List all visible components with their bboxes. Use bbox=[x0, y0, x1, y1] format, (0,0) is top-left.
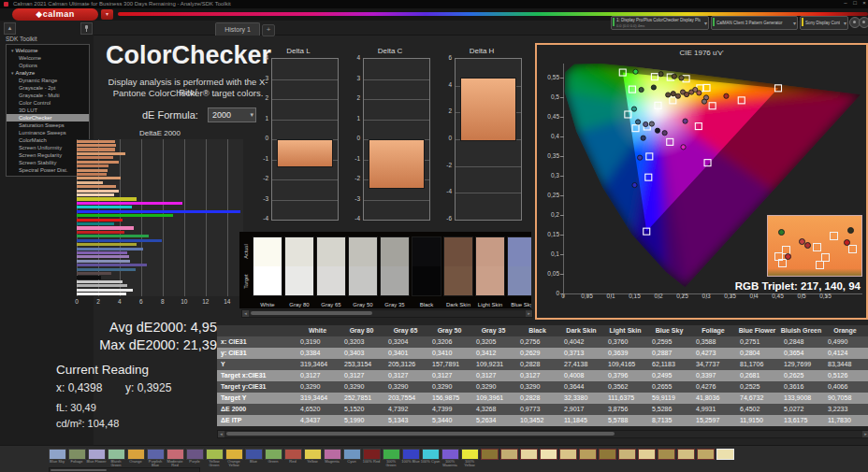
sidebar-item-welcome[interactable]: Welcome bbox=[7, 54, 89, 62]
scroll-right-icon[interactable]: ▸ bbox=[862, 431, 868, 437]
patch-button[interactable] bbox=[618, 449, 636, 466]
patch-button-100-magenta[interactable]: 100% Magenta bbox=[441, 449, 459, 466]
sidebar-item-colorchecker[interactable]: ColorChecker bbox=[7, 114, 89, 122]
table-scrollbar[interactable]: ◂ ▸ bbox=[217, 430, 868, 438]
new-tab-button[interactable]: + bbox=[262, 24, 275, 36]
tree-group-welcome[interactable]: ▾Welcome bbox=[7, 47, 89, 54]
swatch-gray-80: Gray 80 bbox=[284, 236, 314, 296]
maximize-button[interactable]: □ bbox=[851, 0, 859, 6]
collapse-up-icon[interactable]: ▴ bbox=[4, 22, 16, 35]
tick bbox=[706, 293, 707, 297]
patch-button-blue-sky[interactable]: Blue Sky bbox=[49, 449, 66, 466]
table-cell: 253,3154 bbox=[340, 359, 388, 370]
patch-color bbox=[88, 449, 106, 460]
reading-cdm2: cd/m²: 104,48 bbox=[56, 418, 119, 429]
patch-button[interactable] bbox=[677, 449, 695, 466]
measurement-marker bbox=[641, 136, 645, 140]
calman-menu-arrow-icon[interactable]: ▾ bbox=[101, 9, 113, 20]
patch-button-100-green[interactable]: 100% Green bbox=[383, 449, 400, 466]
patch-button-red[interactable]: Red bbox=[284, 449, 302, 466]
de-formula-select[interactable]: 2000▾ bbox=[208, 107, 256, 122]
measurement-marker bbox=[662, 131, 667, 136]
swatch-scrollbar[interactable]: ◂ ▸ bbox=[241, 309, 533, 318]
scrollbar-thumb[interactable] bbox=[51, 469, 107, 471]
de-bar bbox=[77, 226, 134, 229]
minimize-button[interactable]: – bbox=[842, 0, 849, 6]
patch-button-100-red[interactable]: 100% Red bbox=[363, 449, 381, 466]
patch-button[interactable] bbox=[481, 449, 499, 466]
patch-button-blue[interactable]: Blue bbox=[245, 449, 263, 466]
pin-icon[interactable] bbox=[80, 22, 93, 35]
gridline bbox=[227, 139, 228, 296]
patch-button-orange-yellow[interactable]: Orange Yellow bbox=[225, 449, 243, 466]
patch-button[interactable] bbox=[520, 449, 538, 466]
table-cell: 0,3401 bbox=[383, 348, 432, 359]
meter-dropdown[interactable]: 1: Display Pro/Plus ColorChecker Display… bbox=[611, 16, 709, 30]
sidebar-item-saturation-sweeps[interactable]: Saturation Sweeps bbox=[7, 122, 89, 129]
patch-button[interactable] bbox=[500, 449, 518, 466]
patch-button-yellow[interactable]: Yellow bbox=[304, 449, 322, 466]
patch-button-purplish-blue[interactable]: Purplish Blue bbox=[147, 449, 165, 466]
de-bar bbox=[77, 239, 162, 242]
swatch-actual bbox=[476, 237, 504, 266]
patch-button-bluish-green[interactable]: Bluish Green bbox=[108, 449, 125, 466]
sidebar-item-grayscale-multi[interactable]: Grayscale - Multi bbox=[7, 92, 89, 99]
swatch-dark-skin: Dark Skin bbox=[443, 236, 473, 296]
tree-expand-icon[interactable]: ▾ bbox=[11, 48, 14, 53]
y-tick-label: 0 bbox=[254, 135, 268, 141]
patch-button-magenta[interactable]: Magenta bbox=[324, 449, 341, 466]
tab-history-1[interactable]: History 1 bbox=[215, 22, 260, 36]
tree-expand-icon[interactable]: ▾ bbox=[11, 70, 14, 76]
pattern-generator-dropdown[interactable]: CalMAN Client 3 Pattern Generator ▾ bbox=[711, 16, 798, 30]
patch-button[interactable] bbox=[638, 449, 656, 466]
swatch-actual bbox=[317, 237, 345, 266]
sidebar-item-dynamic-range[interactable]: Dynamic Range bbox=[7, 77, 89, 84]
scroll-left-icon[interactable]: ◂ bbox=[218, 431, 224, 437]
scrollbar-thumb[interactable] bbox=[226, 432, 615, 436]
table-cell: 0,3203 bbox=[340, 336, 388, 348]
de-bar bbox=[77, 206, 132, 208]
scroll-right-icon[interactable]: ▸ bbox=[526, 310, 532, 317]
patch-button[interactable] bbox=[579, 449, 597, 466]
sidebar-item-3d-lut[interactable]: 3D LUT bbox=[7, 107, 89, 114]
help-icon[interactable] bbox=[859, 17, 868, 28]
tree-group-analyze[interactable]: ▾Analyze bbox=[7, 69, 89, 77]
swatch-actual bbox=[253, 237, 282, 266]
patch-button[interactable] bbox=[697, 449, 715, 466]
patch-label bbox=[636, 460, 657, 466]
x-tick-label: 2 bbox=[93, 298, 104, 305]
patch-button-foliage[interactable]: Foliage bbox=[68, 449, 86, 466]
patch-button-moderate-red[interactable]: Moderate Red bbox=[166, 449, 184, 466]
patch-button-100-cyan[interactable]: 100% Cyan bbox=[422, 449, 440, 466]
patch-color bbox=[166, 449, 184, 460]
close-button[interactable]: × bbox=[861, 0, 868, 6]
scroll-left-icon[interactable]: ◂ bbox=[242, 310, 249, 317]
delta-l-chart: Delta L 43210-1-2-3-4 bbox=[254, 47, 342, 232]
patch-button-cyan[interactable]: Cyan bbox=[343, 449, 361, 466]
de-bar bbox=[77, 289, 133, 292]
patch-button[interactable] bbox=[658, 449, 675, 466]
display-control-dropdown[interactable]: Sony Display Control ▾ bbox=[800, 16, 848, 30]
calman-menu-button[interactable]: ◆calman bbox=[12, 8, 98, 21]
patch-button-purple[interactable]: Purple bbox=[186, 449, 204, 466]
patch-button[interactable] bbox=[540, 449, 557, 466]
y-tick-label: 0,5 bbox=[541, 93, 559, 100]
patch-button[interactable] bbox=[716, 449, 734, 466]
sidebar-item-options[interactable]: Options bbox=[7, 62, 89, 69]
scrollbar-thumb[interactable] bbox=[251, 311, 372, 315]
patch-button-green[interactable]: Green bbox=[265, 449, 282, 466]
patch-button[interactable] bbox=[599, 449, 616, 466]
patch-label: Green bbox=[263, 460, 283, 466]
patch-button-orange[interactable]: Orange bbox=[127, 449, 145, 466]
patch-button-yellow-green[interactable]: Yellow Green bbox=[206, 449, 224, 466]
patch-scrollbar[interactable] bbox=[49, 467, 200, 472]
patch-button-blue-flower[interactable]: Blue Flower bbox=[88, 449, 106, 466]
patch-button-100-yellow[interactable]: 100% Yellow bbox=[461, 449, 479, 466]
gridline bbox=[272, 99, 338, 100]
sidebar-item-grayscale-2pt[interactable]: Grayscale - 2pt bbox=[7, 84, 89, 92]
y-tick-label: 6 bbox=[438, 54, 452, 61]
sidebar-item-color-control[interactable]: Color Control bbox=[7, 99, 89, 107]
patch-button[interactable] bbox=[559, 449, 577, 466]
actual-row-label: Actual bbox=[243, 237, 249, 265]
patch-button-100-blue[interactable]: 100% Blue bbox=[402, 449, 420, 466]
